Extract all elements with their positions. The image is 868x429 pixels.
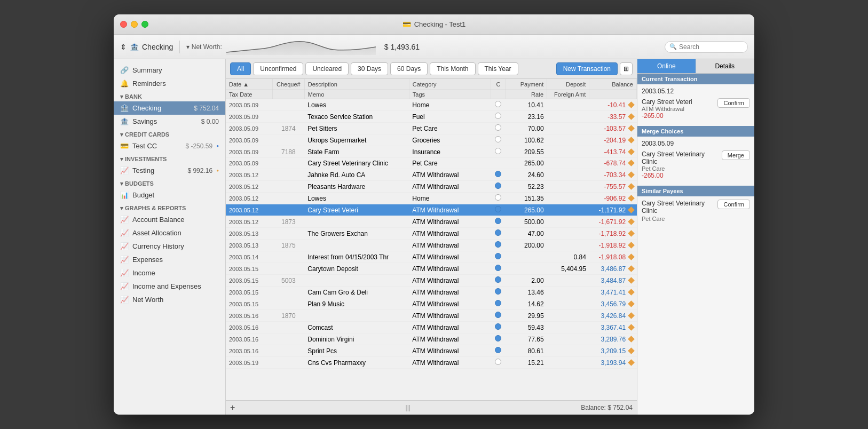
table-row[interactable]: 2003.05.09 Ukrops Supermarket Groceries … [226,134,637,146]
cell-cleared [491,216,506,228]
table-row[interactable]: 2003.05.09 Texaco Service Station Fuel 2… [226,111,637,123]
col-header-category[interactable]: Category [409,79,491,90]
sidebar-section-investments[interactable]: ▾ INVESTMENTS [114,153,225,164]
cell-balance: 3,471.41 [589,287,637,298]
cell-deposit [547,181,589,193]
tab-this-month[interactable]: This Month [430,62,475,75]
sidebar-item-budget[interactable]: 📊 Budget [114,188,225,202]
sidebar-item-net-worth[interactable]: 📈 Net Worth [114,293,225,306]
sidebar-item-testcc[interactable]: 💳 Test CC $ -250.59 ● [114,139,225,153]
sidebar-section-bank[interactable]: ▾ BANK [114,90,225,101]
testcc-dot: ● [216,144,219,148]
sidebar-item-reminders[interactable]: 🔔 Reminders [114,77,225,90]
cell-category: ATM Withdrawal [409,204,491,216]
tab-30days[interactable]: 30 Days [351,62,388,75]
table-row[interactable]: 2003.05.13 1875 ATM Withdrawal 200.00 -1… [226,240,637,251]
add-transaction-button[interactable]: + [230,403,235,412]
table-row[interactable]: 2003.05.16 1870 ATM Withdrawal 29.95 3,4… [226,310,637,322]
col-header-deposit[interactable]: Deposit [547,79,589,90]
table-row[interactable]: 2003.05.12 1873 ATM Withdrawal 500.00 -1… [226,216,637,228]
cleared-indicator [495,206,501,212]
table-row[interactable]: 2003.05.12 Lowes Home 151.35 -906.92 [226,193,637,204]
table-row[interactable]: 2003.05.12 Jahnke Rd. Auto CA ATM Withdr… [226,169,637,181]
cell-payment: 151.35 [506,193,547,204]
table-row[interactable]: 2003.05.12 Cary Street Veteri ATM Withdr… [226,204,637,216]
cell-payment: 59.43 [506,322,547,333]
table-row[interactable]: 2003.05.15 Cam Cam Gro & Deli ATM Withdr… [226,287,637,298]
search-box[interactable]: 🔍 [665,41,748,53]
table-row[interactable]: 2003.05.15 Plan 9 Music ATM Withdrawal 1… [226,298,637,310]
table-row[interactable]: 2003.05.15 5003 ATM Withdrawal 2.00 3,48… [226,275,637,287]
account-switcher[interactable]: ⇕ 🏦 Checking [120,43,173,51]
table-row[interactable]: 2003.05.12 Pleasants Hardware ATM Withdr… [226,181,637,193]
cell-cleared [491,345,506,357]
diamond-icon [628,125,635,132]
table-row[interactable]: 2003.05.14 Interest from 04/15/2003 Thr … [226,251,637,263]
table-row[interactable]: 2003.05.09 7188 State Farm Insurance 209… [226,146,637,158]
new-transaction-button[interactable]: New Transaction [556,62,618,75]
cell-cheque [273,193,305,204]
table-row[interactable]: 2003.05.09 Cary Street Veterinary Clinic… [226,158,637,169]
similar-payees-confirm-button[interactable]: Confirm [717,200,750,209]
close-button[interactable] [120,21,127,28]
cell-cleared [491,298,506,310]
account-name: Checking [142,43,173,51]
tab-all[interactable]: All [230,62,251,75]
table-row[interactable]: 2003.05.16 Sprint Pcs ATM Withdrawal 80.… [226,345,637,357]
table-row[interactable]: 2003.05.16 Dominion Virgini ATM Withdraw… [226,333,637,345]
sidebar-item-currency-history[interactable]: 📈 Currency History [114,240,225,253]
search-input[interactable] [679,43,743,51]
tab-uncleared[interactable]: Uncleared [305,62,349,75]
budget-icon: 📊 [120,191,129,199]
sidebar-item-account-balance[interactable]: 📈 Account Balance [114,213,225,226]
tab-details[interactable]: Details [696,59,755,73]
table-row[interactable]: 2003.05.15 Carytown Deposit ATM Withdraw… [226,263,637,275]
col-header-cleared[interactable]: C [491,79,506,90]
cell-cheque [273,99,305,111]
sidebar-item-savings[interactable]: 🏦 Savings $ 0.00 [114,115,225,128]
tab-unconfirmed[interactable]: Unconfirmed [253,62,303,75]
sidebar-section-budgets[interactable]: ▾ BUDGETS [114,177,225,188]
titlebar: 💳 Checking - Test1 [114,14,754,35]
testing-icon: 📈 [120,166,129,174]
sidebar-item-testing[interactable]: 📈 Testing $ 992.16 ● [114,164,225,177]
cell-desc: Cns Cvs Pharmaxxy [304,357,409,369]
cell-balance: -413.74 [589,146,637,158]
tab-online[interactable]: Online [637,59,696,73]
cell-cheque [273,169,305,181]
cell-date: 2003.05.09 [226,123,273,134]
tab-this-year[interactable]: This Year [478,62,518,75]
col-header-desc[interactable]: Description [304,79,409,90]
sidebar-section-graphs[interactable]: ▾ GRAPHS & REPORTS [114,202,225,213]
minimize-button[interactable] [131,21,138,28]
table-row[interactable]: 2003.05.09 1874 Pet Sitters Pet Care 70.… [226,123,637,134]
sidebar-item-summary[interactable]: 🔗 Summary [114,63,225,77]
col-header-payment[interactable]: Payment [506,79,547,90]
sidebar-section-credit[interactable]: ▾ CREDIT CARDS [114,128,225,139]
sidebar-item-income[interactable]: 📈 Income [114,266,225,280]
current-transaction-confirm-button[interactable]: Confirm [717,98,750,108]
diamond-icon [628,206,635,213]
cell-deposit [547,228,589,240]
sidebar-item-checking[interactable]: 🏦 Checking $ 752.04 [114,101,225,115]
table-row[interactable]: 2003.05.19 Cns Cvs Pharmaxxy ATM Withdra… [226,357,637,369]
cleared-indicator [495,335,501,341]
sidebar-item-asset-allocation[interactable]: 📈 Asset Allocation [114,226,225,240]
sidebar-label-budget: Budget [132,191,154,199]
col-header-cheque[interactable]: Cheque# [273,79,305,90]
table-row[interactable]: 2003.05.09 Lowes Home 10.41 -10.41 [226,99,637,111]
sidebar: 🔗 Summary 🔔 Reminders ▾ BANK 🏦 Checking … [114,59,226,415]
col-header-balance[interactable]: Balance [589,79,637,90]
col-header-date[interactable]: Date ▲ [226,79,273,90]
cell-balance: 3,367.41 [589,322,637,333]
fullscreen-button[interactable] [141,21,148,28]
table-row[interactable]: 2003.05.13 The Growers Exchan ATM Withdr… [226,228,637,240]
expand-columns-button[interactable]: ⊞ [620,62,633,75]
merge-button[interactable]: Merge [722,150,750,160]
sidebar-item-income-expenses[interactable]: 📈 Income and Expenses [114,280,225,293]
sidebar-item-expenses[interactable]: 📈 Expenses [114,253,225,266]
cell-date: 2003.05.09 [226,111,273,123]
tab-60days[interactable]: 60 Days [390,62,428,75]
col-subheader-bal2 [589,90,637,99]
table-row[interactable]: 2003.05.16 Comcast ATM Withdrawal 59.43 … [226,322,637,333]
